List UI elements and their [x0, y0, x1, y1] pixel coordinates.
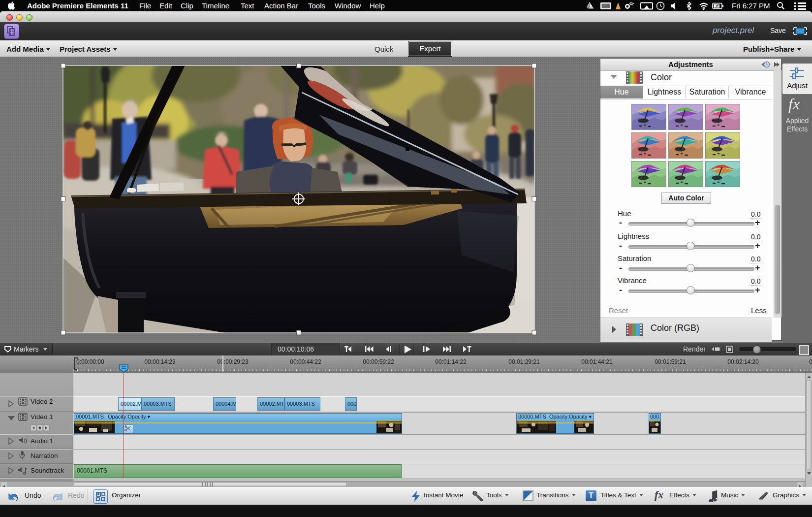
svg-text:Narration: Narration: [31, 452, 58, 459]
svg-text:Audio 1: Audio 1: [31, 437, 53, 445]
svg-text:Soundtrack: Soundtrack: [31, 467, 64, 474]
svg-text:Video 1: Video 1: [31, 413, 53, 420]
svg-text:Video 2: Video 2: [31, 398, 53, 405]
